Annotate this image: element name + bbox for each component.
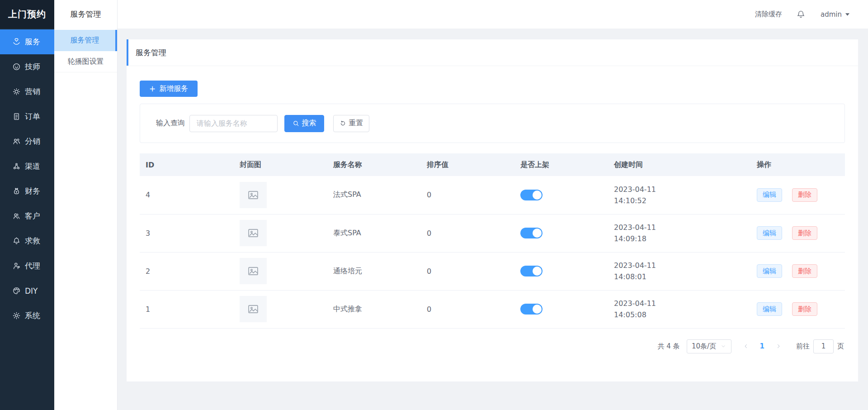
goto-label: 前往 xyxy=(796,342,810,351)
clear-cache-button[interactable]: 清除缓存 xyxy=(755,10,782,19)
delete-button[interactable]: 删除 xyxy=(792,188,817,202)
submenu-title: 服务管理 xyxy=(54,0,117,29)
cell-service-name: 通络培元 xyxy=(327,252,421,290)
add-service-button[interactable]: + 新增服务 xyxy=(140,81,198,97)
cover-image-placeholder[interactable] xyxy=(240,182,267,208)
cell-on-shelf xyxy=(514,214,608,252)
goto-page-input[interactable] xyxy=(813,339,834,353)
channel-icon xyxy=(12,162,21,171)
sidebar-item-finance[interactable]: 财务 xyxy=(0,179,54,204)
sidebar-item-diy[interactable]: DIY xyxy=(0,278,54,303)
col-name: 服务名称 xyxy=(327,153,421,176)
system-gear-icon xyxy=(12,311,21,320)
toggle-knob xyxy=(533,229,542,238)
sidebar-item-system[interactable]: 系统 xyxy=(0,303,54,328)
sidebar-item-technician[interactable]: 技师 xyxy=(0,54,54,79)
page-number-current[interactable]: 1 xyxy=(755,342,769,350)
cell-service-name: 法式SPA xyxy=(327,176,421,214)
submenu-item-carousel-settings[interactable]: 轮播图设置 xyxy=(54,51,117,72)
sidebar-item-sos[interactable]: 求救 xyxy=(0,229,54,253)
notification-button[interactable] xyxy=(796,10,806,19)
cover-image-placeholder[interactable] xyxy=(240,258,267,284)
search-field-label: 输入查询 xyxy=(156,119,185,128)
search-button[interactable]: 搜索 xyxy=(284,115,324,132)
on-shelf-toggle[interactable] xyxy=(520,266,542,277)
technician-icon xyxy=(12,62,21,71)
user-menu[interactable]: admin xyxy=(821,10,850,19)
username: admin xyxy=(821,10,842,19)
col-on-shelf: 是否上架 xyxy=(514,153,608,176)
cell-sort-value: 0 xyxy=(421,252,514,290)
col-cover: 封面图 xyxy=(234,153,327,176)
delete-button[interactable]: 删除 xyxy=(792,264,817,278)
next-page-button[interactable] xyxy=(769,343,788,349)
cover-image-placeholder[interactable] xyxy=(240,296,267,322)
sidebar-item-marketing[interactable]: 营销 xyxy=(0,79,54,104)
delete-button[interactable]: 删除 xyxy=(792,302,817,316)
sidebar-item-label: 系统 xyxy=(25,310,40,321)
table-header-row: ID 封面图 服务名称 排序值 是否上架 创建时间 操作 xyxy=(140,153,845,176)
sidebar-item-channel[interactable]: 渠道 xyxy=(0,154,54,179)
search-panel: 输入查询 搜索 重置 xyxy=(140,104,845,143)
col-sort: 排序值 xyxy=(421,153,514,176)
created-time: 14:05:08 xyxy=(614,309,751,320)
search-icon xyxy=(292,120,299,127)
toggle-knob xyxy=(533,191,542,200)
cell-sort-value: 0 xyxy=(421,176,514,214)
edit-button[interactable]: 编辑 xyxy=(757,264,782,278)
table-row: 1 中式推拿 0 xyxy=(140,290,845,328)
cell-id: 3 xyxy=(140,214,234,252)
edit-button[interactable]: 编辑 xyxy=(757,188,782,202)
edit-button[interactable]: 编辑 xyxy=(757,302,782,316)
chevron-right-icon xyxy=(776,343,781,349)
sidebar-item-service[interactable]: 服务 xyxy=(0,29,54,54)
page-size-select[interactable]: 10条/页 xyxy=(687,339,731,353)
col-created: 创建时间 xyxy=(608,153,751,176)
sidebar-item-customer[interactable]: 客户 xyxy=(0,204,54,229)
created-time: 14:10:52 xyxy=(614,195,751,206)
sidebar-item-agent[interactable]: 代理 xyxy=(0,253,54,278)
edit-button[interactable]: 编辑 xyxy=(757,226,782,240)
toggle-knob xyxy=(533,267,542,276)
prev-page-button[interactable] xyxy=(737,343,755,349)
image-icon xyxy=(247,303,259,315)
sidebar-item-label: 分销 xyxy=(25,136,40,147)
sidebar-item-label: 代理 xyxy=(25,261,40,271)
on-shelf-toggle[interactable] xyxy=(520,190,542,200)
delete-button[interactable]: 删除 xyxy=(792,226,817,240)
sidebar-item-distribution[interactable]: 分销 xyxy=(0,129,54,154)
cell-sort-value: 0 xyxy=(421,290,514,328)
customer-icon xyxy=(12,212,21,220)
page-unit-label: 页 xyxy=(837,342,844,351)
table-row: 4 法式SPA 0 xyxy=(140,176,845,214)
on-shelf-toggle[interactable] xyxy=(520,228,542,238)
cell-cover xyxy=(234,214,327,252)
page-size-value: 10条/页 xyxy=(692,342,716,351)
cell-created-time: 2023-04-11 14:10:52 xyxy=(608,176,751,214)
reset-button[interactable]: 重置 xyxy=(333,115,369,132)
pagination-total: 共 4 条 xyxy=(657,342,679,351)
submenu-item-label: 服务管理 xyxy=(71,36,99,45)
on-shelf-toggle[interactable] xyxy=(520,304,542,315)
chevron-down-icon xyxy=(721,343,726,349)
page-content: 服务管理 + 新增服务 输入查询 搜索 xyxy=(118,29,868,410)
sos-bell-icon xyxy=(12,237,21,245)
cell-service-name: 中式推拿 xyxy=(327,290,421,328)
table-row: 3 泰式SPA 0 xyxy=(140,214,845,252)
agent-icon xyxy=(12,262,21,270)
submenu-list: 服务管理 轮播图设置 xyxy=(54,30,117,72)
cell-actions: 编辑 删除 xyxy=(751,290,845,328)
cell-created-time: 2023-04-11 14:08:01 xyxy=(608,252,751,290)
created-time: 14:09:18 xyxy=(614,233,751,244)
cell-sort-value: 0 xyxy=(421,214,514,252)
reset-button-label: 重置 xyxy=(349,119,363,128)
service-name-input[interactable] xyxy=(189,115,278,132)
cover-image-placeholder[interactable] xyxy=(240,220,267,246)
main-area: 清除缓存 admin 服务管理 + 新增服务 输入查询 xyxy=(118,0,868,410)
cell-actions: 编辑 删除 xyxy=(751,214,845,252)
caret-down-icon xyxy=(845,13,850,16)
submenu-item-service-management[interactable]: 服务管理 xyxy=(54,30,117,51)
order-icon xyxy=(12,112,21,121)
sidebar-item-order[interactable]: 订单 xyxy=(0,104,54,129)
marketing-icon xyxy=(12,87,21,96)
